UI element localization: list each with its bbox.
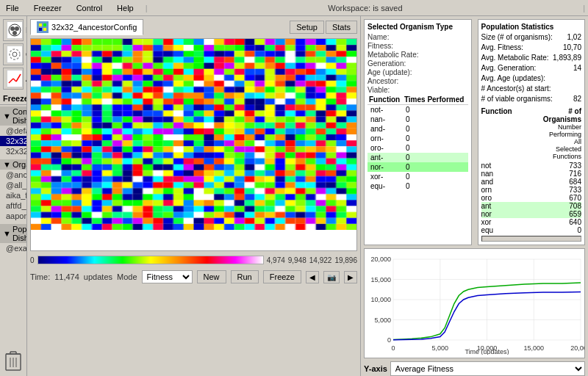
configured-dishes-section: ▼ Configured Dishes @default 32x32_4ance…: [0, 105, 26, 158]
svg-point-3: [12, 31, 17, 35]
trash-area: [0, 345, 26, 376]
analysis-button[interactable]: Analysis: [3, 68, 24, 90]
svg-point-2: [15, 26, 19, 31]
y-axis-row: Y-axis Average Fitness Average Metabolic…: [364, 361, 585, 376]
freeze-button[interactable]: Freeze: [263, 270, 301, 283]
svg-line-6: [9, 79, 13, 83]
svg-line-7: [13, 79, 16, 82]
generation-field: Generation:: [368, 59, 468, 68]
function-table: Function Times Performed not-0nan-0and-0…: [368, 95, 468, 191]
updates-label: updates: [84, 272, 112, 281]
new-button[interactable]: New: [197, 270, 226, 283]
y-axis-label: Y-axis: [364, 364, 387, 373]
organism-type-panel: Selected Organism Type Name: Fitness: Me…: [364, 19, 472, 245]
sidebar: Population Organism Analysis Freezer ▼ C…: [0, 16, 27, 376]
run-button[interactable]: Run: [231, 270, 259, 283]
main-container: Population Organism Analysis Freezer ▼ C…: [0, 16, 588, 376]
center-panel: 32x32_4ancestorConfig Setup Stats 0 4,97…: [27, 16, 360, 376]
trash-icon[interactable]: [3, 348, 24, 373]
analysis-icon: [7, 70, 23, 87]
fitness-field: Fitness:: [368, 42, 468, 50]
info-row: Selected Organism Type Name: Fitness: Me…: [364, 19, 585, 245]
color-label-3: 14,922: [309, 256, 332, 264]
sidebar-item-aftfd[interactable]: aftfd_all_fxns: [0, 200, 26, 211]
ancestor-field: Ancestor:: [368, 77, 468, 85]
sidebar-item-ancestor[interactable]: @ancestor: [0, 170, 26, 180]
pop-stats-title: Population Statistics: [481, 23, 582, 31]
menu-freezer[interactable]: Freezer: [31, 3, 65, 13]
populated-dishes-header[interactable]: ▼ Populated Dishes: [0, 224, 26, 243]
fitness-chart: [368, 252, 584, 355]
chart-container: [364, 248, 585, 358]
prev-button[interactable]: ◀: [306, 271, 319, 283]
setup-button[interactable]: Setup: [290, 21, 324, 34]
population-button[interactable]: Population: [3, 19, 24, 41]
color-label-4: 19,896: [334, 256, 357, 264]
tab-actions: Setup Stats: [290, 21, 357, 34]
svg-point-1: [10, 26, 15, 31]
organism-type-title: Selected Organism Type: [368, 23, 468, 31]
main-tab[interactable]: 32x32_4ancestorConfig: [30, 19, 143, 35]
tab-bar: 32x32_4ancestorConfig Setup Stats: [30, 19, 357, 35]
population-icon: [7, 21, 23, 39]
menu-control[interactable]: Control: [74, 3, 105, 13]
sidebar-item-example[interactable]: @example: [0, 243, 26, 253]
viable-field: Viable:: [368, 86, 468, 94]
tab-dish-icon: [37, 21, 49, 33]
organism-button[interactable]: Organism: [3, 43, 24, 65]
organisms-section: ▼ Organisms @ancestor @all_functions aik…: [0, 158, 26, 223]
scrollbar[interactable]: [481, 236, 582, 242]
color-bar-container: 0 4,974 9,948 14,922 19,896: [30, 254, 357, 266]
svg-rect-20: [39, 28, 42, 31]
time-label: Time:: [30, 272, 50, 281]
next-button[interactable]: ▶: [344, 271, 357, 283]
menu-file[interactable]: File: [3, 3, 22, 13]
time-value: 11,474: [54, 272, 79, 281]
workspace-status: Workspace: is saved: [328, 4, 402, 12]
sidebar-item-32x32not[interactable]: 32x32_4notConfig: [0, 146, 26, 156]
organisms-header[interactable]: ▼ Organisms: [0, 159, 26, 170]
color-bar: [37, 256, 264, 264]
menu-bar: File Freezer Control Help | Workspace: i…: [0, 0, 588, 16]
sidebar-item-allfunctions[interactable]: @all_functions: [0, 180, 26, 190]
svg-rect-18: [39, 24, 42, 26]
svg-rect-19: [43, 24, 46, 26]
camera-button[interactable]: 📷: [323, 271, 340, 283]
organism-icon: [7, 46, 23, 63]
color-label-2: 9,948: [288, 256, 306, 264]
controls-bar: Time: 11,474 updates Mode Fitness Genome…: [30, 269, 357, 285]
stats-button[interactable]: Stats: [326, 21, 357, 34]
tab-label: 32x32_4ancestorConfig: [51, 23, 137, 32]
sidebar-item-aika[interactable]: aika_fxn_not: [0, 190, 26, 200]
configured-dishes-header[interactable]: ▼ Configured Dishes: [0, 106, 26, 126]
populated-dishes-section: ▼ Populated Dishes @example: [0, 223, 26, 255]
sidebar-item-32x32ancestor[interactable]: 32x32_4ancestorConfig: [0, 136, 26, 146]
population-stats-panel: Population Statistics Size (# of organis…: [478, 19, 586, 245]
color-label-0: 0: [30, 256, 35, 264]
sidebar-item-default[interactable]: @default: [0, 126, 26, 136]
svg-line-8: [16, 74, 21, 82]
color-label-1: 4,974: [267, 256, 285, 264]
organism-grid[interactable]: [31, 39, 356, 230]
mode-label: Mode: [117, 272, 137, 281]
y-axis-select[interactable]: Average Fitness Average Metabolic Rate A…: [390, 361, 585, 376]
age-field: Age (update):: [368, 68, 468, 76]
svg-point-4: [10, 49, 20, 59]
menu-help[interactable]: Help: [114, 3, 137, 13]
freezer-label: Freezer: [0, 93, 26, 105]
grid-display[interactable]: [30, 38, 357, 251]
svg-rect-21: [43, 28, 46, 31]
right-panel: Selected Organism Type Name: Fitness: Me…: [360, 16, 588, 376]
metabolic-field: Metabolic Rate:: [368, 51, 468, 59]
sidebar-item-aapom[interactable]: aapom_all_fxns: [0, 211, 26, 221]
mode-select[interactable]: Fitness Genome Age Lineage: [142, 270, 193, 283]
sidebar-buttons: Population Organism Analysis: [0, 16, 26, 93]
name-field: Name:: [368, 33, 468, 41]
svg-point-5: [12, 52, 17, 57]
